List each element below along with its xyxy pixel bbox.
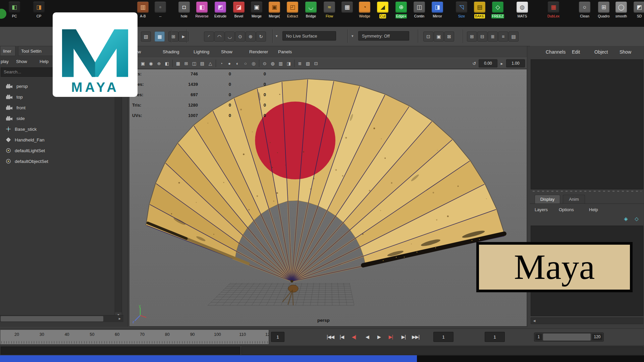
caret-icon[interactable]: ▸: [498, 59, 505, 67]
editor-icon[interactable]: ≣: [488, 32, 498, 42]
outliner-menu-show[interactable]: Show: [16, 57, 27, 66]
range-min-chip[interactable]: 1: [535, 334, 542, 340]
layer-menu-options[interactable]: Options: [559, 205, 574, 214]
tab-display[interactable]: Display: [535, 195, 560, 204]
viewport-canvas[interactable]: erts:74600dges:143900aces:69700Tris:1280…: [129, 69, 527, 326]
history-icon[interactable]: ⊠: [444, 32, 454, 42]
playback-play-forward-button[interactable]: ▶: [373, 330, 385, 344]
history-icon[interactable]: ▣: [434, 32, 444, 42]
shelf-item-Bevel[interactable]: ◪Bevel: [231, 1, 247, 26]
playback-go-end-button[interactable]: ▶▶|: [410, 330, 421, 344]
viewport-toolbar-icon[interactable]: ◧: [163, 59, 171, 67]
layer-tool-icon[interactable]: ◈: [623, 216, 629, 222]
range-slider[interactable]: 1 120: [534, 333, 604, 342]
snap-icon[interactable]: ◠: [214, 32, 224, 42]
viewport-toolbar-icon[interactable]: ◔: [218, 59, 225, 67]
playback-next-key-button[interactable]: ▶|: [398, 330, 409, 344]
snap-icon[interactable]: ⊙: [235, 32, 245, 42]
viewport-toolbar-icon[interactable]: ▦: [174, 59, 182, 67]
outliner-menu-display[interactable]: play: [1, 57, 9, 66]
playback-play-backward-button[interactable]: ◀: [362, 330, 373, 344]
exposure-field[interactable]: 0.00: [479, 59, 497, 67]
viewport-toolbar-icon[interactable]: ◎: [250, 59, 257, 67]
panel-splitter[interactable]: [533, 191, 641, 192]
shelf-item-DubLex[interactable]: ▦DubLex: [545, 1, 561, 26]
range-max-chip[interactable]: 120: [592, 334, 602, 340]
shelf-item-PC[interactable]: ◧PC: [6, 1, 22, 26]
outliner-item-defaultObjectSet[interactable]: defaultObjectSet: [0, 156, 113, 167]
editor-icon[interactable]: ▤: [508, 32, 519, 42]
viewport-toolbar-icon[interactable]: ⊞: [182, 59, 190, 67]
shelf-item-hole[interactable]: ◘hole: [176, 1, 192, 26]
shelf-item-Wedge[interactable]: ◔Wedge: [357, 1, 373, 26]
layer-editor-hscrollbar[interactable]: ◀: [531, 317, 643, 324]
outliner-item-Handheld_Fan[interactable]: Handheld_Fan: [0, 134, 113, 145]
shelf-item-Extract[interactable]: ◰Extract: [284, 1, 301, 26]
viewport-toolbar-icon[interactable]: ○: [242, 59, 249, 67]
outliner-item-front[interactable]: front: [0, 102, 113, 113]
viewport-toolbar-icon[interactable]: ⊕: [155, 59, 163, 67]
channel-box-area[interactable]: [531, 59, 643, 189]
viewport-toolbar-icon[interactable]: ◐: [234, 59, 241, 67]
scroll-thumb[interactable]: [1, 316, 103, 321]
shelf-item-Extrude[interactable]: ◩Extrude: [212, 1, 228, 26]
shelf-item-SD[interactable]: ◩SD: [631, 1, 644, 26]
playback-step-forward-button[interactable]: ▶|: [385, 330, 396, 344]
layer-menu-layers[interactable]: Layers: [535, 205, 548, 214]
outliner-menu-help[interactable]: Help: [40, 57, 49, 66]
shelf-item-Mirror[interactable]: ◨Mirror: [429, 1, 445, 26]
viewport-toolbar-icon[interactable]: △: [207, 59, 214, 67]
current-frame-field[interactable]: 1: [271, 332, 284, 342]
playback-go-start-button[interactable]: |◀◀: [325, 330, 336, 344]
viewport-toolbar-icon[interactable]: ◨: [285, 59, 292, 67]
shelf-item-Edge+[interactable]: ⊕Edge+: [393, 1, 409, 26]
shelf-item-Quadro[interactable]: ⊞Quadro: [596, 1, 612, 26]
viewport-toolbar-icon[interactable]: ⊡: [312, 59, 320, 67]
shelf-item-Bridge[interactable]: ◡Bridge: [303, 1, 319, 26]
shelf-item-Cut[interactable]: ◢Cut: [375, 1, 391, 26]
shelf-item-icon[interactable]: ▦: [339, 1, 355, 26]
live-surface-field[interactable]: No Live Surface: [282, 31, 336, 41]
range-slider-thumb[interactable]: [543, 334, 591, 341]
shelf-item-Size[interactable]: ◹Size: [453, 1, 470, 26]
viewport-toolbar-icon[interactable]: ▥: [277, 59, 284, 67]
shelf-item-Contin[interactable]: ◫Contin: [411, 1, 427, 26]
viewport-toolbar-icon[interactable]: ◍: [269, 59, 276, 67]
symmetry-field[interactable]: Symmetry: Off: [358, 31, 409, 41]
scroll-left-icon[interactable]: ◀: [532, 318, 537, 324]
editor-icon[interactable]: ⊞: [467, 32, 477, 42]
snap-mode-icon[interactable]: ▧: [141, 32, 151, 42]
outliner-hscrollbar[interactable]: ►: [0, 315, 123, 322]
viewport-menu-Panels[interactable]: Panels: [278, 46, 292, 58]
playback-step-back-button[interactable]: ◀|: [348, 330, 360, 344]
shelf-item-Clean[interactable]: ○Clean: [577, 1, 593, 26]
channelbox-menu-Show[interactable]: Show: [620, 46, 631, 58]
shelf-item-FREEZ[interactable]: ◇FREEZ: [490, 1, 506, 26]
viewport-toolbar-icon[interactable]: ◉: [147, 59, 155, 67]
outliner-item-side[interactable]: side: [0, 113, 113, 124]
outliner-item-defaultLightSet[interactable]: defaultLightSet: [0, 145, 113, 156]
gamma-field[interactable]: 1.00: [506, 59, 525, 67]
history-icon[interactable]: ⊡: [423, 32, 433, 42]
editor-icon[interactable]: ⊟: [477, 32, 487, 42]
viewport-menu-Show[interactable]: Show: [221, 46, 232, 58]
viewport-menu-Shading[interactable]: Shading: [163, 46, 179, 58]
viewport-toolbar-icon[interactable]: ▧: [304, 59, 312, 67]
shelf-item-Merge[interactable]: ▣Merge: [249, 1, 265, 26]
tab-tool-settings[interactable]: Tool Settin: [18, 46, 57, 56]
layer-menu-help[interactable]: Help: [589, 205, 598, 214]
tab-outliner[interactable]: liner: [0, 46, 15, 56]
viewport-toolbar-icon[interactable]: ●: [226, 59, 233, 67]
shelf-item-Flow[interactable]: ≈Flow: [321, 1, 337, 26]
snap-icon[interactable]: ⊛: [246, 32, 256, 42]
channelbox-menu-Object[interactable]: Object: [594, 46, 608, 58]
channelbox-menu-Edit[interactable]: Edit: [572, 46, 580, 58]
viewport-menu-Renderer[interactable]: Renderer: [249, 46, 268, 58]
channelbox-menu-Channels[interactable]: Channels: [546, 46, 566, 58]
viewport-menu-Lighting[interactable]: Lighting: [194, 46, 209, 58]
symmetry-caret-icon[interactable]: ▾: [352, 34, 354, 38]
shelf-item-Reverse[interactable]: ◧Reverse: [194, 1, 210, 26]
viewport-toolbar-icon[interactable]: ≣: [296, 59, 304, 67]
outliner-item-Base_stick[interactable]: Base_stick: [0, 124, 113, 134]
tab-anim[interactable]: Anim: [563, 195, 585, 204]
